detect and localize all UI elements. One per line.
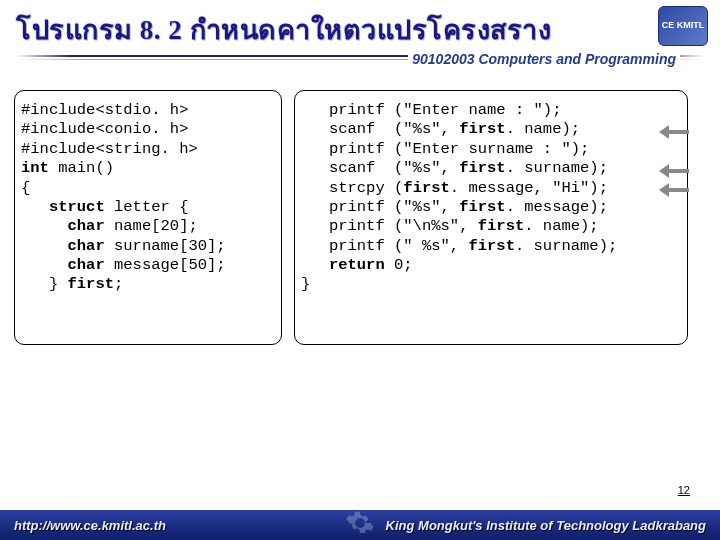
code-keyword: first: [459, 159, 506, 177]
code-keyword: first: [68, 275, 115, 293]
code-text: surname[30];: [105, 237, 226, 255]
footer-url: http://www.ce.kmitl.ac.th: [14, 518, 166, 533]
code-keyword: struct: [21, 198, 105, 216]
code-keyword: char: [21, 256, 105, 274]
code-text: scanf ("%s",: [301, 120, 459, 138]
code-text: . name);: [524, 217, 598, 235]
code-text: letter {: [105, 198, 189, 216]
code-keyword: first: [468, 237, 515, 255]
code-text: strcpy (: [301, 179, 403, 197]
slide-footer: http://www.ce.kmitl.ac.th King Mongkut's…: [0, 510, 720, 540]
code-text: 0;: [385, 256, 413, 274]
code-text: . name);: [506, 120, 580, 138]
code-text: printf ("%s",: [301, 198, 459, 216]
code-text: ;: [114, 275, 123, 293]
code-line: }: [301, 275, 310, 293]
slide-header: โปรแกรม 8. 2 กำหนดคาใหตวแปรโครงสราง CE K…: [0, 0, 720, 70]
code-text: }: [21, 275, 68, 293]
gear-icon: [345, 508, 375, 538]
code-text: printf ("\n%s",: [301, 217, 478, 235]
code-keyword: first: [403, 179, 450, 197]
code-keyword: return: [301, 256, 385, 274]
code-keyword: int: [21, 159, 49, 177]
code-block-right: printf ("Enter name : "); scanf ("%s", f…: [294, 90, 688, 345]
footer-institute: King Mongkut's Institute of Technology L…: [386, 518, 706, 533]
code-text: . message, "Hi");: [450, 179, 608, 197]
code-keyword: char: [21, 237, 105, 255]
code-line: #include<stdio. h>: [21, 101, 188, 119]
code-keyword: first: [478, 217, 525, 235]
code-line: printf ("Enter surname : ");: [301, 140, 589, 158]
code-text: printf (" %s",: [301, 237, 468, 255]
kmitl-logo: CE KMITL: [658, 6, 708, 46]
arrow-icon: [657, 164, 691, 178]
code-line: #include<string. h>: [21, 140, 198, 158]
code-line: #include<conio. h>: [21, 120, 188, 138]
code-block-left: #include<stdio. h> #include<conio. h> #i…: [14, 90, 282, 345]
code-keyword: first: [459, 198, 506, 216]
logo-text: CE KMITL: [662, 21, 705, 31]
slide-content: #include<stdio. h> #include<conio. h> #i…: [0, 70, 720, 345]
code-text: . surname);: [506, 159, 608, 177]
arrow-icon: [657, 183, 691, 197]
code-text: scanf ("%s",: [301, 159, 459, 177]
pointer-arrows: [657, 103, 691, 200]
course-subtitle: 90102003 Computers and Programming: [408, 51, 680, 67]
page-number: 12: [678, 484, 690, 496]
code-text: name[20];: [105, 217, 198, 235]
header-rule: 90102003 Computers and Programming: [16, 55, 704, 60]
code-text: . message);: [506, 198, 608, 216]
code-keyword: char: [21, 217, 105, 235]
code-text: message[50];: [105, 256, 226, 274]
arrow-icon: [657, 125, 691, 139]
code-line: {: [21, 179, 30, 197]
slide-title: โปรแกรม 8. 2 กำหนดคาใหตวแปรโครงสราง: [16, 8, 704, 51]
code-text: . surname);: [515, 237, 617, 255]
code-text: main(): [49, 159, 114, 177]
code-line: printf ("Enter name : ");: [301, 101, 561, 119]
code-keyword: first: [459, 120, 506, 138]
